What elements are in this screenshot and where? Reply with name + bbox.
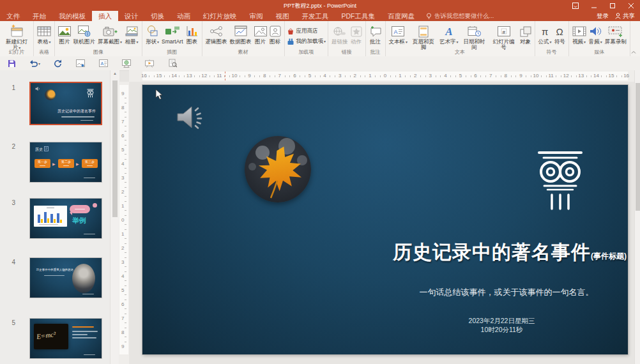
ruler-tick — [125, 328, 126, 328]
thumbnail-slide-1[interactable]: 历史记录中的著名事件 — [29, 82, 102, 125]
layout-slide-button[interactable]: A — [92, 56, 115, 70]
comment-button[interactable]: 批注 — [368, 23, 383, 51]
screenshot-button[interactable]: 屏幕截图 — [96, 23, 123, 51]
app-store-button[interactable]: 应用商店 — [287, 27, 326, 35]
close-button[interactable] — [621, 0, 640, 11]
ruler-number: 7 — [121, 315, 124, 321]
tab-pdf-tools[interactable]: PDF工具集 — [335, 11, 382, 21]
ruler-number: 9 — [248, 73, 250, 79]
minimize-button[interactable] — [584, 0, 603, 11]
tab-baidu-netdisk[interactable]: 百度网盘 — [381, 11, 421, 21]
slide-canvas[interactable]: 历史记录中的著名事件(事件标题) 一句话总结该事件，或关于该事件的一句名言。 2… — [142, 85, 628, 354]
thumbnail-slide-3[interactable]: 举例 — [29, 198, 102, 239]
tab-my-templates[interactable]: 我的模板 — [52, 11, 92, 21]
ruler-number: 2 — [354, 73, 356, 79]
thumbnail-scrollbar[interactable]: ▲ — [110, 70, 119, 364]
audio-object-icon[interactable] — [177, 105, 206, 132]
wordart-button[interactable]: A 艺术字 — [438, 23, 460, 51]
video-button[interactable]: 视频 — [571, 23, 588, 51]
ruler-tick — [125, 154, 126, 155]
ruler-number: 5 — [309, 73, 311, 79]
tab-slideshow[interactable]: 幻灯片放映 — [197, 11, 243, 21]
collapse-ribbon-button[interactable] — [631, 50, 636, 54]
my-addins-button[interactable]: 我的加载项 — [287, 38, 326, 45]
undo-button[interactable]: ▾ — [23, 56, 46, 70]
screen-recording-button[interactable]: 屏幕录制 — [604, 23, 628, 51]
ruler-tick — [556, 75, 556, 77]
asset-picture-button[interactable]: 图片 — [253, 23, 268, 51]
main-scrollbar[interactable] — [634, 70, 640, 364]
slideshow-globe-button[interactable] — [115, 56, 138, 70]
scroll-up-icon[interactable]: ▲ — [110, 72, 119, 75]
tab-animations[interactable]: 动画 — [171, 11, 197, 21]
chart-button[interactable]: 图表 — [185, 23, 200, 51]
mini-callout-bubble — [70, 205, 90, 213]
undo-dropdown-caret[interactable]: ▾ — [38, 61, 40, 66]
save-button[interactable] — [0, 56, 23, 70]
tell-me-search[interactable]: 告诉我您想要做什么... — [421, 11, 499, 21]
person-badge-icon — [270, 24, 281, 39]
redo-button[interactable] — [46, 56, 69, 70]
ruler-number: 5 — [459, 73, 462, 79]
tab-file[interactable]: 文件 — [0, 11, 26, 21]
tab-developer[interactable]: 开发工具 — [296, 11, 335, 21]
slide-title[interactable]: 历史记录中的著名事件(事件标题) — [154, 239, 627, 266]
ruler-tick — [345, 75, 346, 77]
photo-album-button[interactable]: 相册 — [123, 23, 140, 51]
svg-text:A: A — [394, 29, 398, 35]
ruler-number: 6 — [121, 301, 124, 307]
presenter-screen-button[interactable] — [138, 56, 161, 70]
thumbnail-slide-4[interactable]: 历史事件中的重要人物的姓名 — [29, 257, 102, 298]
ruler-tick — [395, 75, 396, 77]
online-pictures-button[interactable]: 联机图片 — [72, 23, 96, 51]
ribbon-display-options-button[interactable] — [566, 0, 584, 11]
mini-doc-icon — [44, 146, 49, 151]
tab-review[interactable]: 审阅 — [243, 11, 270, 21]
tab-transitions[interactable]: 切换 — [144, 11, 171, 21]
picture-slide-button[interactable] — [69, 56, 92, 70]
ruler-number: 2 — [414, 73, 416, 79]
hyperlink-button[interactable]: 超链接 — [330, 23, 349, 51]
audio-button[interactable]: 音频 — [588, 23, 604, 51]
shapes-button[interactable]: 形状 — [144, 23, 160, 51]
symbol-button[interactable]: Ω 符号 — [553, 23, 567, 51]
thumbnail-slide-2[interactable]: 历史 第一步 ▶ 第二步 ▶ 第三步 — [29, 142, 102, 183]
ribbon-tab-bar: 文件 开始 我的模板 插入 设计 切换 动画 幻灯片放映 审阅 视图 开发工具 … — [0, 11, 640, 21]
ruler-tick — [125, 215, 126, 216]
ruler-tick — [621, 75, 622, 77]
tab-view[interactable]: 视图 — [270, 11, 296, 21]
sign-in-link[interactable]: 登录 — [597, 12, 609, 20]
smartart-button[interactable]: SmartArt — [160, 23, 185, 51]
tab-home[interactable]: 开始 — [26, 11, 52, 21]
table-button[interactable]: 表格 — [36, 23, 52, 51]
print-preview-button[interactable] — [161, 56, 184, 70]
column-logo-icon[interactable] — [535, 150, 586, 211]
new-slide-button[interactable]: 新建幻灯片 — [2, 23, 31, 51]
mini-audio-icon — [35, 86, 40, 91]
tab-design[interactable]: 设计 — [118, 11, 144, 21]
thumbnail-slide-5[interactable]: E=mc² — [29, 318, 102, 359]
slide-datetime[interactable]: 2023年2月22日星期三 10时20分11秒 — [430, 316, 574, 334]
ruler-tick — [194, 75, 195, 77]
ruler-number: 16 — [623, 73, 629, 79]
asset-icon-button[interactable]: 图标 — [268, 23, 282, 51]
tab-insert[interactable]: 插入 — [92, 11, 118, 21]
slide-number-button[interactable]: # 幻灯片编号 — [489, 23, 519, 51]
maximize-button[interactable] — [603, 0, 621, 11]
ruler-number: 6 — [293, 73, 296, 79]
textbox-button[interactable]: A 文本框 — [388, 23, 409, 51]
data-chart-button[interactable]: 数据图表 — [229, 23, 253, 51]
slide-subtitle[interactable]: 一句话总结该事件，或关于该事件的一句名言。 — [379, 287, 628, 298]
thumbnail-scrollbar-thumb[interactable] — [112, 80, 118, 217]
leaf-photo[interactable] — [245, 136, 311, 202]
object-button[interactable]: 对象 — [519, 23, 533, 51]
action-button[interactable]: 动作 — [349, 23, 363, 51]
ruler-tick — [320, 75, 321, 77]
equation-button[interactable]: π 公式 — [537, 23, 553, 51]
share-button[interactable]: 共享 — [615, 12, 635, 20]
date-time-button[interactable]: 日期和时间 — [460, 23, 489, 51]
header-footer-button[interactable]: 页眉和页脚 — [409, 23, 438, 51]
logic-diagram-button[interactable]: 逻辑图表 — [204, 23, 229, 51]
pictures-button[interactable]: 图片 — [57, 23, 72, 51]
main-scrollbar-thumb[interactable] — [636, 83, 640, 211]
